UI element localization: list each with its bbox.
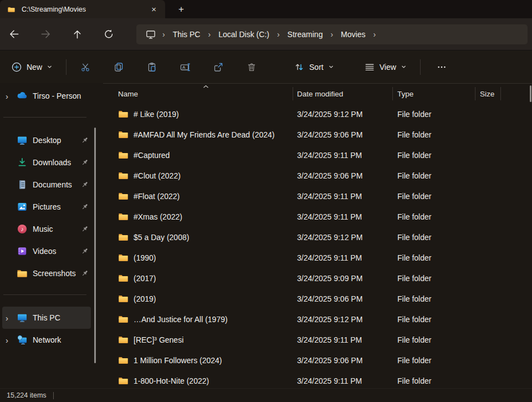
file-row[interactable]: #AMFAD All My Friends Are Dead (2024) 3/… [103, 124, 532, 145]
sidebar-item-pinned[interactable]: › Videos [2, 240, 91, 262]
column-header-name[interactable]: Name [103, 90, 293, 98]
sidebar-item-pinned[interactable]: › Desktop [2, 129, 91, 151]
file-list-pane: Name Date modified Type Size # Like (201… [103, 83, 532, 388]
chevron-right-icon[interactable]: › [329, 30, 335, 39]
address-bar[interactable]: › This PC › Local Disk (C:) › Streaming … [136, 24, 528, 44]
breadcrumb-item[interactable]: Movies [335, 28, 371, 41]
close-tab-button[interactable]: × [148, 4, 160, 14]
folder-icon [17, 268, 28, 279]
file-type: File folder [392, 130, 475, 139]
column-divider[interactable] [392, 87, 393, 100]
command-toolbar: New A [0, 50, 532, 83]
sidebar-item-pinned[interactable]: › Downloads [2, 151, 91, 174]
file-row[interactable]: $5 a Day (2008) 3/24/2025 9:12 PM File f… [103, 227, 532, 247]
column-divider[interactable] [475, 87, 475, 100]
more-options-button[interactable] [431, 57, 453, 77]
breadcrumb-item[interactable]: Local Disk (C:) [212, 28, 275, 41]
file-row[interactable]: …And Justice for All (1979) 3/24/2025 9:… [103, 309, 532, 329]
file-row[interactable]: #Float (2022) 3/24/2025 9:11 PM File fol… [103, 186, 532, 206]
sidebar-item-label: Downloads [33, 158, 81, 167]
file-row[interactable]: [REC]³ Genesi 3/24/2025 9:11 PM File fol… [103, 329, 532, 350]
folder-icon [118, 334, 129, 345]
file-type: File folder [392, 294, 475, 303]
music-icon [17, 223, 28, 235]
column-header-date-modified[interactable]: Date modified [293, 90, 392, 98]
rename-button[interactable]: A [174, 57, 196, 77]
folder-icon [118, 273, 129, 283]
up-button[interactable] [68, 25, 86, 44]
sidebar-item-system[interactable]: › This PC [2, 307, 91, 329]
back-button[interactable] [4, 25, 23, 44]
file-row[interactable]: # Like (2019) 3/24/2025 9:12 PM File fol… [103, 104, 532, 124]
toolbar-divider [420, 59, 421, 75]
chevron-expand-icon[interactable]: › [6, 335, 17, 345]
sidebar-scrollbar[interactable] [94, 128, 96, 363]
trash-icon [246, 62, 257, 73]
view-button[interactable]: View [359, 57, 412, 77]
file-row[interactable]: #Clout (2022) 3/24/2025 9:06 PM File fol… [103, 165, 532, 186]
file-row[interactable]: (2019) 3/24/2025 9:06 PM File folder [103, 288, 532, 309]
pin-icon [81, 159, 89, 166]
desktop-icon [17, 135, 28, 146]
pin-icon [81, 269, 89, 277]
breadcrumb-item[interactable]: Streaming [282, 28, 329, 41]
new-button[interactable]: New [6, 57, 58, 77]
column-header-type[interactable]: Type [392, 90, 475, 98]
arrow-right-icon [40, 28, 52, 40]
file-row[interactable]: (1990) 3/24/2025 9:11 PM File folder [103, 247, 532, 268]
arrow-left-icon [8, 28, 20, 40]
paste-button[interactable] [141, 57, 163, 77]
chevron-expand-icon[interactable]: › [6, 91, 17, 101]
file-list-scrollbar[interactable] [530, 85, 531, 102]
chevron-expand-icon[interactable]: › [6, 313, 17, 323]
chevron-down-icon [401, 64, 407, 70]
file-date-modified: 3/24/2025 9:11 PM [293, 151, 392, 160]
file-type: File folder [392, 192, 475, 201]
sidebar-item-pinned[interactable]: › Documents [2, 174, 91, 196]
sidebar-item-label: Videos [33, 247, 81, 256]
file-type: File folder [392, 110, 475, 119]
sidebar-item-onedrive[interactable]: › Tirso - Personal [2, 85, 91, 107]
cut-button[interactable] [74, 57, 96, 77]
chevron-right-icon[interactable]: › [275, 30, 282, 39]
folder-icon [118, 252, 129, 263]
column-divider[interactable] [293, 87, 293, 100]
column-header-size[interactable]: Size [475, 90, 532, 98]
file-date-modified: 3/24/2025 9:06 PM [293, 171, 392, 180]
column-divider[interactable] [500, 87, 501, 100]
file-row[interactable]: #Xmas (2022) 3/24/2025 9:11 PM File fold… [103, 206, 532, 227]
copy-icon [113, 62, 124, 73]
file-type: File folder [392, 376, 475, 385]
new-tab-button[interactable]: + [174, 0, 188, 18]
sidebar-item-pinned[interactable]: › Pictures [2, 196, 91, 218]
pin-icon [81, 136, 89, 144]
share-button[interactable] [207, 57, 229, 77]
chevron-right-icon[interactable]: › [206, 30, 212, 39]
sidebar-divider [3, 117, 86, 118]
file-type: File folder [392, 335, 475, 344]
folder-icon [118, 191, 129, 201]
file-name: # Like (2019) [134, 110, 179, 119]
chevron-right-icon[interactable]: › [371, 30, 377, 39]
main-area: › Tirso - Personal › Desktop › [0, 83, 532, 388]
file-row[interactable]: (2017) 3/24/2025 9:09 PM File folder [103, 268, 532, 288]
file-date-modified: 3/24/2025 9:12 PM [293, 315, 392, 324]
file-row[interactable]: 1 Million Followers (2024) 3/24/2025 9:0… [103, 350, 532, 370]
chevron-right-icon: › [161, 30, 167, 39]
file-type: File folder [392, 315, 475, 324]
breadcrumb-item[interactable]: This PC [167, 28, 207, 41]
refresh-button[interactable] [99, 25, 118, 44]
tab-active[interactable]: C:\Streaming\Movies × [0, 0, 165, 18]
delete-button[interactable] [241, 57, 263, 77]
file-date-modified: 3/24/2025 9:12 PM [293, 110, 392, 119]
sidebar-item-pinned[interactable]: › Screenshots [2, 262, 91, 284]
copy-button[interactable] [108, 57, 130, 77]
file-row[interactable]: 1-800-Hot-Nite (2022) 3/24/2025 9:11 PM … [103, 370, 532, 388]
folder-icon [118, 314, 129, 324]
sidebar-item-pinned[interactable]: › Music [2, 218, 91, 240]
sort-button[interactable]: Sort [288, 57, 340, 77]
sidebar-item-system[interactable]: › Network [2, 329, 91, 351]
forward-button[interactable] [36, 25, 55, 44]
file-row[interactable]: #Captured 3/24/2025 9:11 PM File folder [103, 145, 532, 165]
pin-icon [81, 203, 89, 211]
